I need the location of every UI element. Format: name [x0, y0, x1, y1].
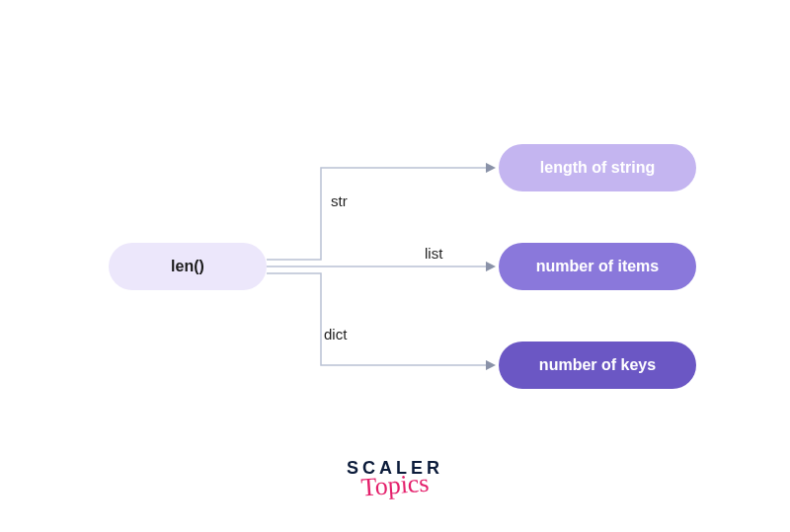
footer-logo: SCALER Topics — [347, 459, 443, 498]
source-node-label: len() — [171, 258, 204, 275]
branch-label-list: list — [425, 245, 442, 262]
output-node-label: number of items — [536, 258, 659, 275]
branch-label-str: str — [331, 192, 348, 209]
output-node-item-count: number of items — [499, 243, 696, 290]
footer-brand-lower: Topics — [346, 470, 444, 502]
branch-line-str — [267, 168, 494, 260]
source-node-len: len() — [109, 243, 267, 290]
branch-label-dict: dict — [324, 326, 347, 342]
branch-line-dict — [267, 273, 494, 365]
output-node-label: number of keys — [539, 356, 656, 374]
output-node-key-count: number of keys — [499, 342, 696, 389]
output-node-label: length of string — [540, 159, 655, 177]
output-node-string-length: length of string — [499, 144, 696, 191]
diagram-canvas: len() length of string number of items n… — [0, 0, 790, 532]
